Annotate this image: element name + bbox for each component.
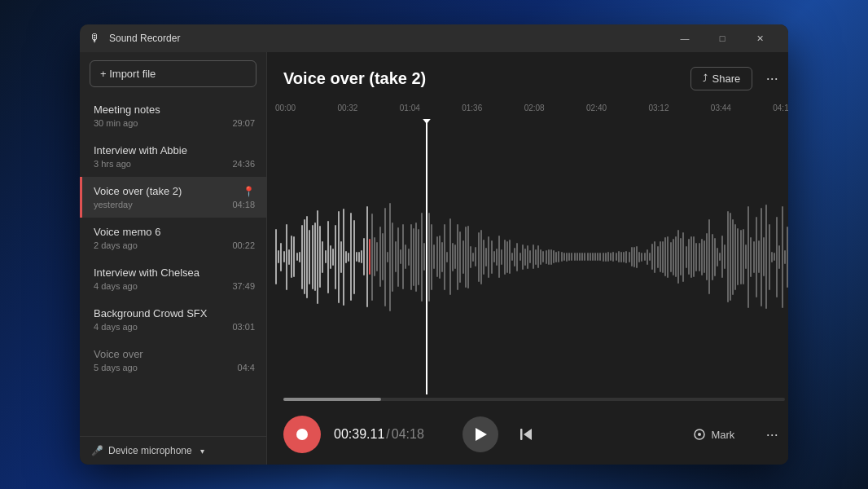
mark-label: Mark	[711, 429, 734, 441]
waveform-bar	[480, 230, 482, 284]
waveform-bar	[597, 253, 598, 261]
waveform-bar	[280, 243, 282, 271]
waveform-bar	[433, 244, 435, 269]
record-button[interactable]	[283, 416, 321, 453]
waveform-bar	[584, 253, 585, 261]
waveform-bar	[493, 251, 495, 262]
waveform-bar	[275, 229, 277, 284]
waveform-bar	[325, 250, 327, 263]
recording-timestamp: yesterday	[94, 200, 133, 209]
minimize-button[interactable]: —	[666, 24, 704, 52]
app-window: 🎙 Sound Recorder — □ ✕ + Import file Mee…	[80, 24, 788, 465]
waveform-bar	[514, 248, 515, 267]
waveform-bar	[475, 247, 476, 267]
close-button[interactable]: ✕	[741, 24, 778, 52]
waveform-bar	[470, 246, 471, 268]
current-time: 00:39.11	[334, 427, 384, 441]
waveform-bar	[504, 240, 506, 275]
recording-duration: 37:49	[232, 281, 255, 291]
recording-item[interactable]: Voice memo 6 2 days ago 00:22	[80, 218, 266, 258]
recording-item[interactable]: Background Crowd SFX 4 days ago 03:01	[80, 299, 266, 340]
recording-timestamp: 4 days ago	[94, 281, 138, 291]
waveform-bar	[787, 227, 788, 288]
waveform-canvas	[275, 119, 788, 394]
recording-timestamp: 4 days ago	[94, 322, 138, 332]
waveform-bar	[747, 206, 749, 308]
recordings-list: Meeting notes 30 min ago 29:07 Interview…	[80, 95, 266, 436]
waveform-area[interactable]	[267, 119, 788, 394]
waveform-bar	[488, 236, 489, 278]
waveform-bar	[548, 249, 550, 265]
scrollbar-track[interactable]	[283, 398, 785, 401]
recording-name: Interview with Chelsea	[94, 267, 199, 279]
waveform-bar	[782, 206, 783, 308]
waveform-bar	[706, 233, 708, 280]
recording-timestamp: 3 hrs ago	[94, 159, 131, 169]
waveform-bar	[332, 249, 334, 266]
waveform-bar	[708, 219, 710, 294]
recording-item[interactable]: Meeting notes 30 min ago 29:07	[80, 95, 266, 136]
waveform-bar	[571, 253, 572, 261]
waveform-bar	[603, 253, 604, 262]
svg-rect-0	[520, 429, 523, 440]
waveform-bar	[761, 208, 762, 306]
recording-header: Voice over (take 2) ⤴ Share ···	[267, 52, 788, 99]
waveform-bar	[784, 250, 786, 264]
time-display: 00:39.11/04:18	[334, 427, 449, 442]
waveform-bar	[286, 224, 287, 290]
waveform-bar	[664, 237, 666, 276]
waveform-bar	[340, 241, 342, 273]
waveform-bar	[327, 221, 329, 293]
waveform-bar	[699, 243, 700, 271]
waveform-bar	[410, 224, 412, 290]
import-file-button[interactable]: + Import file	[90, 60, 256, 87]
waveform-bar	[501, 249, 502, 265]
waveform-bar	[400, 249, 401, 264]
waveform-bar	[397, 227, 399, 287]
maximize-button[interactable]: □	[704, 24, 741, 52]
recording-name: Voice over (take 2)	[94, 185, 182, 197]
waveform-bar	[537, 245, 539, 268]
recording-item[interactable]: Voice over 5 days ago 04:4	[80, 340, 266, 381]
play-button[interactable]	[462, 416, 498, 452]
waveform-bar	[335, 225, 336, 289]
waveform-bar	[616, 253, 617, 261]
waveform-bar	[389, 203, 391, 311]
waveform-bar	[592, 253, 594, 261]
waveform-bar	[519, 253, 521, 261]
waveform-bar	[730, 213, 731, 301]
waveform-bar	[721, 236, 723, 278]
waveform-bar	[439, 236, 441, 279]
waveform-bar	[568, 253, 570, 261]
waveform-bar	[353, 220, 355, 294]
waveform-bar	[415, 222, 417, 292]
timeline-label: 00:32	[337, 104, 357, 112]
skip-back-button[interactable]	[511, 420, 541, 449]
waveform-bar	[446, 252, 448, 262]
waveform-bar	[550, 249, 552, 265]
share-button[interactable]: ⤴ Share	[690, 67, 753, 90]
mark-button[interactable]: Mark	[682, 423, 746, 446]
waveform-bar	[682, 232, 684, 282]
main-content: + Import file Meeting notes 30 min ago 2…	[80, 52, 788, 465]
waveform-bar	[745, 244, 747, 269]
waveform-bar	[465, 227, 467, 288]
waveform-bar	[485, 248, 487, 267]
waveform-bar	[387, 252, 388, 262]
player-more-button[interactable]: ···	[759, 421, 785, 447]
recording-item[interactable]: Voice over (take 2) 📍 yesterday 04:18	[80, 177, 266, 218]
recording-name: Voice memo 6	[94, 226, 160, 238]
recording-item[interactable]: Interview with Abbie 3 hrs ago 24:36	[80, 136, 266, 177]
microphone-selector[interactable]: 🎤 Device microphone ▾	[80, 436, 266, 465]
waveform-bar	[283, 251, 285, 262]
waveform-bar	[555, 252, 557, 262]
waveform-bar	[612, 252, 614, 262]
share-label: Share	[712, 73, 741, 85]
recording-duration: 00:22	[232, 240, 255, 250]
waveform-bar	[712, 234, 713, 280]
waveform-bar	[361, 250, 362, 263]
more-options-button[interactable]: ···	[759, 65, 785, 91]
recording-item[interactable]: Interview with Chelsea 4 days ago 37:49	[80, 258, 266, 299]
waveform-bar	[629, 252, 630, 262]
waveform-bar	[590, 253, 591, 261]
